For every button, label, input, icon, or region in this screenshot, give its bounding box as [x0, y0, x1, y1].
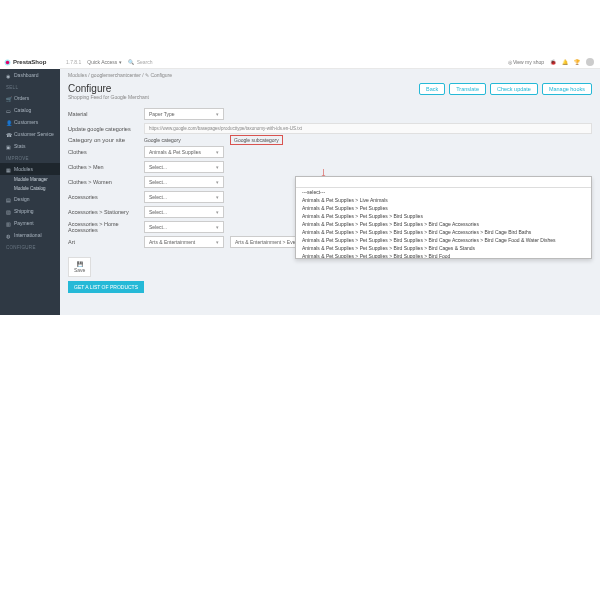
sel-acchome[interactable]: Select...	[144, 221, 224, 233]
quick-access[interactable]: Quick Access ▾	[87, 59, 121, 65]
select-material[interactable]: Paper Type	[144, 108, 224, 120]
search-icon: 🔍	[128, 59, 134, 65]
trophy-icon[interactable]: 🏆	[574, 59, 580, 65]
prestashop-icon	[4, 59, 11, 66]
search-input[interactable]: 🔍Search	[128, 59, 248, 65]
cat-accessories: Accessories	[68, 194, 138, 200]
nav-shipping[interactable]: ▧Shipping	[0, 205, 60, 217]
sel-cwomen[interactable]: Select...	[144, 176, 224, 188]
cart-icon: 🛒	[6, 96, 11, 101]
debug-icon[interactable]: 🐞	[550, 59, 556, 65]
version: 1.7.8.1	[66, 59, 81, 65]
user-icon: 👤	[6, 120, 11, 125]
nav-customers[interactable]: 👤Customers	[0, 116, 60, 128]
headset-icon: ☎	[6, 132, 11, 137]
cat-acc-stationery: Accessories > Stationery	[68, 209, 138, 215]
label-material: Material	[68, 111, 138, 117]
save-button[interactable]: 💾 Save	[68, 257, 91, 277]
cat-clothes: Clothes	[68, 149, 138, 155]
nav-modules[interactable]: ▦Modules	[0, 163, 60, 175]
translate-button[interactable]: Translate	[449, 83, 486, 95]
dropdown-option[interactable]: Animals & Pet Supplies > Pet Supplies > …	[296, 228, 591, 236]
svg-point-1	[6, 60, 10, 64]
nav-head-sell: SELL	[0, 81, 60, 92]
dropdown-list[interactable]: ---select---Animals & Pet Supplies > Liv…	[296, 188, 591, 258]
get-products-button[interactable]: GET A LIST OF PRODUCTS	[68, 281, 144, 293]
subcategory-dropdown[interactable]: ---select---Animals & Pet Supplies > Liv…	[295, 176, 592, 259]
brush-icon: ▤	[6, 197, 11, 202]
nav-dashboard[interactable]: ◉Dashboard	[0, 69, 60, 81]
check-update-button[interactable]: Check update	[490, 83, 538, 95]
sel-accstat[interactable]: Select...	[144, 206, 224, 218]
nav-catalog[interactable]: ▭Catalog	[0, 104, 60, 116]
dropdown-search[interactable]	[296, 177, 591, 188]
cat-art: Art	[68, 239, 138, 245]
sidebar: PrestaShop ◉Dashboard SELL 🛒Orders ▭Cata…	[0, 55, 60, 315]
page-subtitle: Shopping Feed for Google Merchant	[68, 94, 149, 100]
nav-design[interactable]: ▤Design	[0, 193, 60, 205]
nav-stats[interactable]: ▣Stats	[0, 140, 60, 152]
cat-clothes-men: Clothes > Men	[68, 164, 138, 170]
avatar[interactable]	[586, 58, 594, 66]
sel-acc[interactable]: Select...	[144, 191, 224, 203]
gauge-icon: ◉	[6, 73, 11, 78]
globe-icon: ◍	[6, 233, 11, 238]
main: 1.7.8.1 Quick Access ▾ 🔍Search ◎ View my…	[60, 55, 600, 315]
page-header: Configure Shopping Feed for Google Merch…	[60, 81, 600, 104]
page-title: Configure	[68, 83, 149, 94]
dropdown-option[interactable]: Animals & Pet Supplies > Pet Supplies > …	[296, 212, 591, 220]
dropdown-option[interactable]: Animals & Pet Supplies > Pet Supplies > …	[296, 244, 591, 252]
cat-acc-home: Accessories > Home Accessories	[68, 221, 138, 233]
dropdown-option[interactable]: Animals & Pet Supplies > Pet Supplies > …	[296, 236, 591, 244]
cat-clothes-women: Clothes > Women	[68, 179, 138, 185]
tag-icon: ▭	[6, 108, 11, 113]
col-category-site: Category on your site	[68, 137, 138, 143]
sel-cmen[interactable]: Select...	[144, 161, 224, 173]
dropdown-option[interactable]: Animals & Pet Supplies > Pet Supplies > …	[296, 220, 591, 228]
logo: PrestaShop	[0, 55, 60, 69]
dropdown-option[interactable]: ---select---	[296, 188, 591, 196]
truck-icon: ▧	[6, 209, 11, 214]
nav-module-catalog[interactable]: Module Catalog	[0, 184, 60, 193]
nav-head-improve: IMPROVE	[0, 152, 60, 163]
nav-payment[interactable]: ▥Payment	[0, 217, 60, 229]
dropdown-option[interactable]: Animals & Pet Supplies > Live Animals	[296, 196, 591, 204]
bell-icon[interactable]: 🔔	[562, 59, 568, 65]
breadcrumb: Modules / googlemerchantcenter / ✎ Confi…	[60, 69, 600, 81]
nav-orders[interactable]: 🛒Orders	[0, 92, 60, 104]
url-box: https://www.google.com/basepages/product…	[144, 123, 592, 134]
back-button[interactable]: Back	[419, 83, 445, 95]
puzzle-icon: ▦	[6, 167, 11, 172]
nav-module-manager[interactable]: Module Manager	[0, 175, 60, 184]
nav-cservice[interactable]: ☎Customer Service	[0, 128, 60, 140]
dropdown-option[interactable]: Animals & Pet Supplies > Pet Supplies > …	[296, 252, 591, 258]
nav-intl[interactable]: ◍International	[0, 229, 60, 241]
sel-clothes[interactable]: Animals & Pet Supplies	[144, 146, 224, 158]
chart-icon: ▣	[6, 144, 11, 149]
card-icon: ▥	[6, 221, 11, 226]
dropdown-option[interactable]: Animals & Pet Supplies > Pet Supplies	[296, 204, 591, 212]
topbar: 1.7.8.1 Quick Access ▾ 🔍Search ◎ View my…	[60, 55, 600, 69]
sel-art[interactable]: Arts & Entertainment	[144, 236, 224, 248]
col-google-subcategory: Google subcategory	[230, 135, 283, 145]
manage-hooks-button[interactable]: Manage hooks	[542, 83, 592, 95]
nav-head-configure: CONFIGURE	[0, 241, 60, 252]
label-update-cats: Update google categories	[68, 126, 138, 132]
col-google-category: Google category	[144, 137, 224, 143]
view-shop-link[interactable]: ◎ View my shop	[508, 59, 544, 65]
